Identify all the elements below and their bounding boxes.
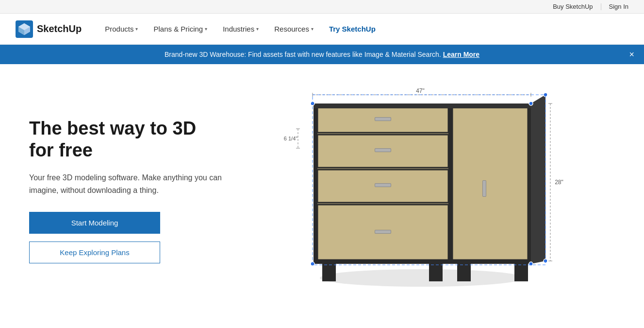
sketchup-logo-icon bbox=[16, 20, 33, 38]
keep-exploring-plans-button[interactable]: Keep Exploring Plans bbox=[29, 242, 160, 263]
banner-text: Brand-new 3D Warehouse: Find assets fast… bbox=[165, 51, 443, 58]
svg-rect-28 bbox=[375, 184, 391, 187]
svg-text:47": 47" bbox=[416, 87, 425, 94]
sign-in-link[interactable]: Sign In bbox=[609, 3, 628, 10]
banner-learn-more-link[interactable]: Learn More bbox=[443, 51, 479, 58]
svg-rect-40 bbox=[514, 260, 528, 281]
nav-products[interactable]: Products ▾ bbox=[97, 14, 146, 45]
logo-link[interactable]: SketchUp bbox=[16, 20, 82, 38]
svg-point-46 bbox=[529, 262, 533, 266]
plans-chevron-icon: ▾ bbox=[205, 26, 207, 32]
svg-rect-37 bbox=[322, 260, 336, 281]
hero-content: The best way to 3D for free Your free 3D… bbox=[29, 118, 223, 263]
nav-items: Products ▾ Plans & Pricing ▾ Industries … bbox=[97, 14, 628, 45]
svg-rect-41 bbox=[314, 104, 532, 108]
logo-text: SketchUp bbox=[37, 23, 82, 35]
buy-sketchup-link[interactable]: Buy SketchUp bbox=[553, 3, 593, 10]
svg-rect-32 bbox=[375, 230, 391, 233]
hero-illustration: 47" 6 1/4" 28" bbox=[223, 84, 615, 297]
banner-close-button[interactable]: × bbox=[629, 50, 634, 60]
industries-chevron-icon: ▾ bbox=[256, 26, 259, 32]
nav-plans-pricing[interactable]: Plans & Pricing ▾ bbox=[146, 14, 215, 45]
svg-marker-42 bbox=[531, 95, 545, 264]
top-bar: Buy SketchUp Sign In bbox=[0, 0, 644, 14]
top-bar-divider bbox=[601, 3, 601, 10]
hero-section: The best way to 3D for free Your free 3D… bbox=[0, 64, 644, 317]
svg-point-44 bbox=[529, 102, 533, 105]
nav-resources[interactable]: Resources ▾ bbox=[266, 14, 321, 45]
hero-title: The best way to 3D for free bbox=[29, 118, 223, 162]
svg-rect-36 bbox=[483, 181, 486, 196]
svg-rect-39 bbox=[457, 260, 471, 281]
nav-try-sketchup[interactable]: Try SketchUp bbox=[321, 14, 383, 45]
svg-text:28": 28" bbox=[555, 179, 563, 186]
start-modeling-button[interactable]: Start Modeling bbox=[29, 212, 160, 234]
dresser-svg: 47" 6 1/4" 28" bbox=[269, 86, 570, 295]
products-chevron-icon: ▾ bbox=[135, 26, 138, 32]
hero-subtitle: Your free 3D modeling software. Make any… bbox=[29, 172, 223, 196]
svg-rect-20 bbox=[375, 118, 391, 121]
svg-rect-24 bbox=[375, 149, 391, 152]
main-nav: SketchUp Products ▾ Plans & Pricing ▾ In… bbox=[0, 14, 644, 45]
svg-text:6 1/4": 6 1/4" bbox=[283, 136, 297, 141]
svg-rect-38 bbox=[429, 260, 443, 281]
svg-rect-33 bbox=[452, 107, 528, 260]
resources-chevron-icon: ▾ bbox=[311, 26, 314, 32]
announcement-banner: Brand-new 3D Warehouse: Find assets fast… bbox=[0, 45, 644, 64]
svg-point-13 bbox=[320, 269, 524, 287]
nav-industries[interactable]: Industries ▾ bbox=[215, 14, 266, 45]
